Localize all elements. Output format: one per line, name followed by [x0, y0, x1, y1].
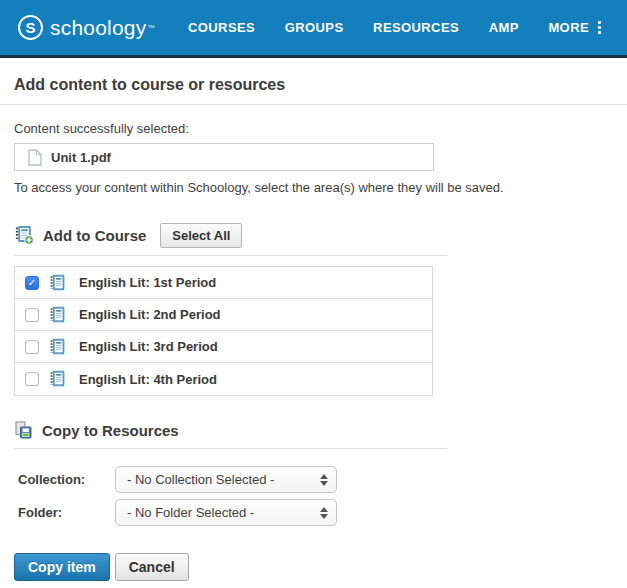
course-checkbox[interactable]: ✓ — [25, 372, 39, 386]
course-row[interactable]: ✓ English Lit: 3rd Period — [15, 331, 432, 363]
nav-menu: COURSES GROUPS RESOURCES AMP MORE — [188, 20, 601, 35]
file-icon — [28, 149, 42, 166]
action-bar: Copy item Cancel — [14, 553, 613, 581]
nav-item-more-group: MORE — [548, 20, 601, 35]
collection-row: Collection: - No Collection Selected - — [14, 466, 613, 493]
course-notebook-icon — [49, 274, 67, 292]
course-label: English Lit: 2nd Period — [79, 307, 221, 322]
course-notebook-icon — [49, 370, 67, 388]
collection-select[interactable]: - No Collection Selected - — [115, 466, 337, 493]
check-icon: ✓ — [28, 278, 36, 288]
main-content: Content successfully selected: Unit 1.pd… — [0, 121, 627, 581]
copy-item-button[interactable]: Copy item — [14, 553, 110, 581]
file-name: Unit 1.pdf — [51, 150, 111, 165]
course-label: English Lit: 4th Period — [79, 372, 217, 387]
nav-item-amp[interactable]: AMP — [489, 20, 519, 35]
brand-name: schoology — [50, 16, 146, 40]
course-notebook-icon — [49, 338, 67, 356]
vertical-ellipsis-icon[interactable] — [598, 21, 601, 34]
course-row[interactable]: ✓ English Lit: 2nd Period — [15, 299, 432, 331]
page-title: Add content to course or resources — [14, 76, 613, 94]
course-row[interactable]: ✓ English Lit: 1st Period — [15, 267, 432, 299]
selected-file-box: Unit 1.pdf — [14, 143, 434, 171]
divider — [14, 255, 447, 256]
page-header: Add content to course or resources — [0, 58, 627, 105]
trademark-mark: ™ — [147, 24, 154, 31]
copy-to-resources-title: Copy to Resources — [42, 422, 179, 439]
top-navbar: S schoology ™ COURSES GROUPS RESOURCES A… — [0, 0, 627, 58]
copy-to-resources-header: Copy to Resources — [14, 418, 613, 442]
cancel-button[interactable]: Cancel — [115, 553, 189, 581]
schoology-logo[interactable]: S schoology ™ — [18, 15, 168, 40]
schoology-logo-icon: S — [18, 15, 43, 40]
status-text: Content successfully selected: — [14, 121, 613, 136]
folder-label: Folder: — [14, 505, 115, 520]
course-row[interactable]: ✓ English Lit: 4th Period — [15, 363, 432, 395]
nav-item-courses[interactable]: COURSES — [188, 20, 255, 35]
course-checkbox[interactable]: ✓ — [25, 276, 39, 290]
select-all-button[interactable]: Select All — [160, 223, 242, 248]
collection-select-value: - No Collection Selected - — [127, 472, 320, 487]
course-notebook-icon — [49, 306, 67, 324]
collection-label: Collection: — [14, 472, 115, 487]
course-label: English Lit: 3rd Period — [79, 339, 218, 354]
folder-select[interactable]: - No Folder Selected - — [115, 499, 337, 526]
copy-to-resources-icon — [14, 421, 33, 440]
course-list: ✓ English Lit: 1st Period ✓ — [14, 266, 433, 396]
instructions-text: To access your content within Schoology,… — [14, 180, 613, 195]
course-checkbox[interactable]: ✓ — [25, 308, 39, 322]
course-label: English Lit: 1st Period — [79, 275, 216, 290]
add-to-course-title: Add to Course — [43, 227, 146, 244]
select-arrows-icon — [320, 474, 328, 486]
nav-item-groups[interactable]: GROUPS — [285, 20, 344, 35]
folder-select-value: - No Folder Selected - — [127, 505, 320, 520]
nav-item-more[interactable]: MORE — [548, 20, 589, 35]
folder-row: Folder: - No Folder Selected - — [14, 499, 613, 526]
nav-item-resources[interactable]: RESOURCES — [373, 20, 459, 35]
add-to-course-header: Add to Course Select All — [14, 221, 613, 249]
select-arrows-icon — [320, 507, 328, 519]
divider — [14, 448, 447, 449]
course-checkbox[interactable]: ✓ — [25, 340, 39, 354]
add-to-course-icon — [14, 225, 34, 245]
